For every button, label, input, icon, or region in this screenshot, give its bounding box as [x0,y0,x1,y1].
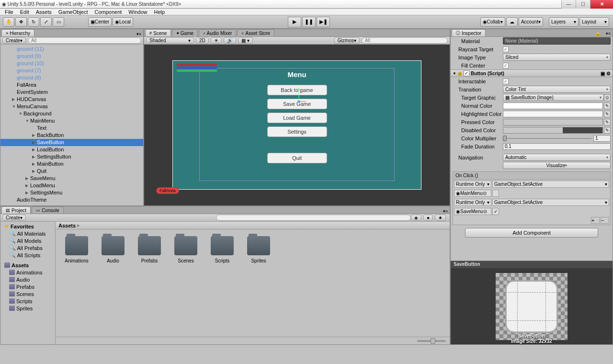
target-object-field[interactable]: ◉SaveMenu ⊙ [454,208,491,215]
hierarchy-search-input[interactable] [28,37,141,44]
targetgraphic-field[interactable]: ▦ SaveButton (Image) [503,94,604,101]
thumbnail-size-slider[interactable] [417,340,446,342]
project-tree[interactable]: ★ Favorites 🔍 All Materials🔍 All Models🔍… [0,222,56,344]
menu-gameobject[interactable]: GameObject [56,9,91,15]
collab-button[interactable]: ◉ Collab ▾ [480,17,505,27]
shading-mode-dropdown[interactable]: Shaded ▾ [146,37,194,44]
target-object-field[interactable]: ◉MainMenu ⊙ [454,190,491,197]
hierarchy-item[interactable]: ▶LoadButton [0,146,143,153]
hierarchy-item[interactable]: Text [0,125,143,132]
panel-menu-icon[interactable]: ▾≡ [135,32,143,36]
hierarchy-item[interactable]: ground (10) [0,60,143,67]
project-grid[interactable]: AnimationsAudioPrefabsScenesScriptsSprit… [56,229,450,270]
maximize-button[interactable]: ☐ [576,0,590,9]
favorite-item[interactable]: 🔍 All Scripts [0,251,55,259]
tab-console[interactable]: ▭Console [32,206,64,214]
asset-tree-item[interactable]: Prefabs [0,283,55,290]
raycast-checkbox[interactable]: ✓ [503,46,509,52]
hierarchy-item[interactable]: ground (11) [0,46,143,53]
hierarchy-item[interactable]: ▶SettingsButton [0,153,143,160]
menu-window[interactable]: Window [125,9,150,15]
bool-checkbox[interactable] [492,190,499,197]
function-dropdown[interactable]: GameObject.SetActive▾ [492,181,609,188]
inspector-lock-icon[interactable]: 🔒 [593,30,603,36]
pivot-center-button[interactable]: ▣ Center [88,17,112,27]
lighting-toggle[interactable]: ☀ [211,37,222,44]
pressed-color-field[interactable] [503,119,603,125]
layers-button[interactable]: Layers ▾ [549,17,579,27]
eyedropper-icon[interactable]: ✎ [604,127,611,134]
eyedropper-icon[interactable]: ✎ [604,102,611,109]
material-field[interactable]: None (Material) [503,37,611,45]
tab-game[interactable]: ●Game [172,29,198,36]
fillcenter-checkbox[interactable]: ✓ [503,63,509,68]
highlighted-color-field[interactable] [503,111,603,117]
asset-tree-item[interactable]: Audio [0,276,55,283]
menu-assets[interactable]: Assets [33,9,55,15]
2d-toggle-button[interactable]: 2D [196,37,209,44]
hierarchy-item[interactable]: ▼MenuCanvas [0,103,143,110]
interactable-checkbox[interactable]: ✓ [503,79,509,84]
hierarchy-item[interactable]: ▶SaveButton [0,139,143,146]
menu-help[interactable]: Help [151,9,168,15]
tab-assetstore[interactable]: ⟐Asset Store [237,29,274,36]
asset-tree-item[interactable]: Scenes [0,290,55,297]
imagetype-dropdown[interactable]: Sliced [503,54,611,61]
hierarchy-item[interactable]: ground (8) [0,74,143,81]
move-tool[interactable]: ✥ [15,17,27,27]
hierarchy-item[interactable]: ▼Background [0,110,143,117]
add-event-button[interactable]: + [591,217,600,224]
hierarchy-tree[interactable]: ground (11)ground (9)ground (10)ground (… [0,45,143,205]
hierarchy-item[interactable]: ground (7) [0,67,143,74]
hand-tool[interactable]: ✋ [3,17,14,27]
hierarchy-item[interactable]: EventSystem [0,89,143,96]
menu-file[interactable]: File [2,9,16,15]
hierarchy-item[interactable]: ▶MainButton [0,160,143,168]
asset-tree-item[interactable]: Animations [0,269,55,276]
pivot-local-button[interactable]: ◉ Local [113,17,133,27]
folder-item[interactable]: Sprites [244,236,273,263]
add-component-button[interactable]: Add Component [465,228,598,238]
hierarchy-item[interactable]: ▶SettingsMenu [0,189,143,196]
tab-audiomixer[interactable]: ♪Audio Mixer [199,29,236,36]
favorite-item[interactable]: 🔍 All Prefabs [0,244,55,251]
remove-event-button[interactable]: − [601,217,609,224]
scene-search-input[interactable] [362,37,448,44]
close-button[interactable]: ✕ [590,0,613,9]
panel-menu-icon[interactable]: ▾≡ [441,209,450,214]
rotate-tool[interactable]: ↻ [28,17,39,27]
fx-toggle[interactable]: ▦ ▾ [238,37,253,44]
visualize-button[interactable]: Visualize [503,162,611,169]
bool-checkbox[interactable]: ✓ [492,208,499,215]
step-button[interactable]: ▶❚ [317,17,330,27]
navigation-dropdown[interactable]: Automatic [503,154,611,161]
runtime-dropdown[interactable]: Runtime Only▾ [454,181,491,188]
tab-scene[interactable]: #Scene [145,29,171,36]
search-type-icon[interactable]: ● [423,215,433,221]
folder-item[interactable]: Prefabs [135,236,164,263]
hierarchy-item[interactable]: ▼MainMenu [0,117,143,125]
gizmos-dropdown[interactable]: Gizmos ▾ [334,37,360,44]
tab-inspector[interactable]: ⓘInspector [452,29,486,36]
folder-item[interactable]: Scripts [208,236,237,263]
favorite-item[interactable]: 🔍 All Materials [0,230,55,237]
search-save-icon[interactable]: ★ [435,215,446,221]
colormult-slider[interactable] [503,135,591,142]
cloud-button[interactable]: ☁ [506,17,518,27]
hierarchy-item[interactable]: AudioTheme [0,196,143,204]
hierarchy-item[interactable]: ground (9) [0,53,143,60]
scale-tool[interactable]: ⤢ [40,17,52,27]
colormult-value[interactable]: 1 [593,135,611,142]
gear-icon[interactable]: ⚙ [606,71,611,76]
hierarchy-item[interactable]: ▶BackButton [0,132,143,139]
asset-tree-item[interactable]: Scripts [0,297,55,305]
project-breadcrumb[interactable]: Assets ▸ [56,222,450,229]
tab-hierarchy[interactable]: ≡Hierarchy [1,29,34,36]
audio-toggle[interactable]: 🔊 [224,37,236,44]
project-search-input[interactable] [216,215,411,221]
layout-button[interactable]: Layout ▾ [579,17,609,27]
hierarchy-item[interactable]: ▶Quit [0,168,143,175]
menu-component[interactable]: Component [91,9,125,15]
search-filter-icon[interactable]: ◈ [411,215,421,221]
project-create-button[interactable]: Create ▾ [2,215,26,221]
